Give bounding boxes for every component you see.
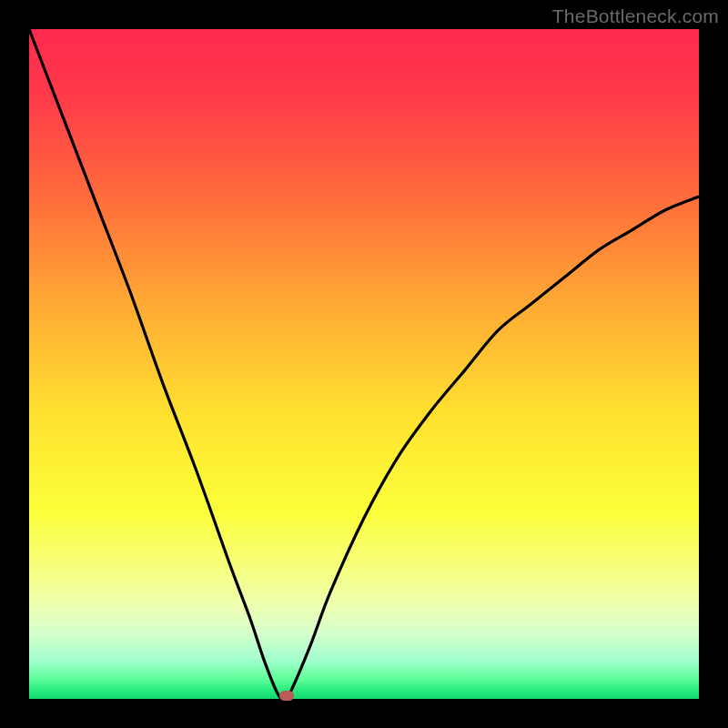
chart-frame: TheBottleneck.com — [0, 0, 728, 728]
chart-plot-area — [29, 29, 699, 699]
chart-curve — [29, 29, 699, 699]
watermark-text: TheBottleneck.com — [552, 5, 719, 27]
curve-path — [29, 29, 699, 699]
min-marker — [279, 691, 294, 701]
